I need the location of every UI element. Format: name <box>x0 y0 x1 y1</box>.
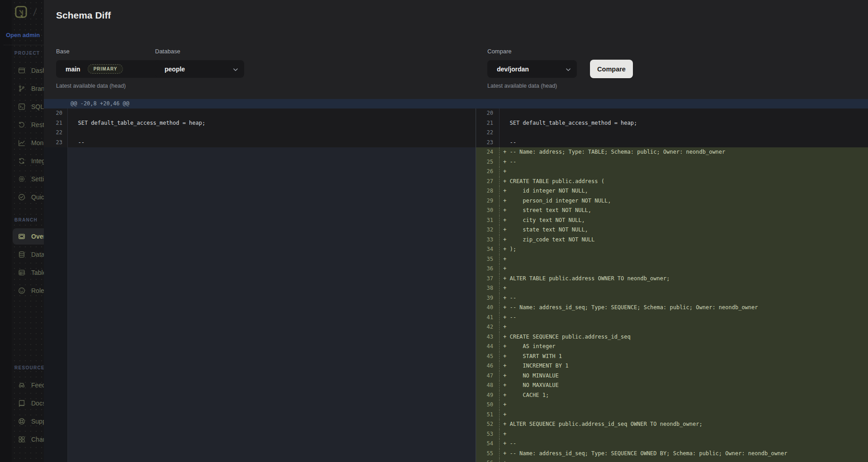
tables-icon <box>18 269 26 277</box>
line-code: + INCREMENT BY 1 <box>500 361 868 371</box>
sidebar: / Open admin PROJECTDashboardBranchesSQL… <box>0 0 44 462</box>
open-admin-link[interactable]: Open admin <box>6 32 44 38</box>
line-code: + <box>500 322 868 332</box>
sidebar-item-label: Integrations <box>31 157 44 165</box>
diff-line-added: 44+ AS integer <box>476 342 868 352</box>
line-code: + <box>500 167 868 177</box>
line-code: + city text NOT NULL, <box>500 216 868 226</box>
sidebar-item-label: Docs <box>31 400 44 407</box>
diff-line-added: 33+ zip_code text NOT NULL <box>476 235 868 245</box>
line-number: 44 <box>476 342 500 352</box>
diff-line-added: 36+ <box>476 264 868 274</box>
line-code: + ALTER SEQUENCE public.address_id_seq O… <box>500 420 868 429</box>
sidebar-item-label: Dashboard <box>31 67 44 74</box>
line-code: SET default_table_access_method = heap; <box>500 118 868 128</box>
sidebar-section-label: PROJECT <box>14 51 40 56</box>
line-number: 26 <box>476 167 500 177</box>
monitoring-icon <box>18 139 26 147</box>
hunk-header: @@ -20,8 +20,46 @@ <box>44 99 868 108</box>
sidebar-item-settings[interactable]: Settings <box>13 171 44 187</box>
roles-icon <box>18 287 26 295</box>
compare-label: Compare <box>487 48 577 55</box>
diff-line: 21 SET default_table_access_method = hea… <box>44 118 476 128</box>
sidebar-item-sql-editor[interactable]: SQL Editor <box>13 99 44 115</box>
settings-icon <box>18 175 26 183</box>
sidebar-item-label: Overview <box>31 233 44 240</box>
line-number: 45 <box>476 352 500 362</box>
line-code: + NO MINVALUE <box>500 371 868 381</box>
diff-empty-filler <box>44 147 476 462</box>
sidebar-item-monitoring[interactable]: Monitoring <box>13 135 44 151</box>
sidebar-item-changelog[interactable]: Changelog <box>13 431 44 448</box>
sidebar-item-label: Databases <box>31 251 44 258</box>
diff-line-added: 34+ ); <box>476 245 868 255</box>
sidebar-item-label: Quickstart <box>31 193 44 201</box>
line-code: + ); <box>500 245 868 255</box>
diff-line-added: 40+ -- Name: address_id_seq; Type: SEQUE… <box>476 303 868 313</box>
changelog-icon <box>18 435 26 443</box>
line-number: 35 <box>476 255 500 264</box>
diff-line-added: 45+ START WITH 1 <box>476 352 868 362</box>
compare-branch-select[interactable]: dev/jordan <box>487 60 577 78</box>
sidebar-item-restore[interactable]: Restore <box>13 117 44 133</box>
sidebar-item-integrations[interactable]: Integrations <box>13 153 44 169</box>
diff-line-added: 46+ INCREMENT BY 1 <box>476 361 868 371</box>
line-code: -- <box>500 138 868 148</box>
sidebar-section-label: RESOURCES <box>14 365 44 370</box>
sidebar-item-docs[interactable]: Docs <box>13 395 44 411</box>
sidebar-item-feedback[interactable]: Feedback <box>13 377 44 393</box>
sidebar-item-databases[interactable]: Databases <box>13 246 44 263</box>
line-number: 43 <box>476 332 500 342</box>
diff-line-added: 54+ -- <box>476 439 868 449</box>
line-number: 42 <box>476 322 500 332</box>
sidebar-item-tables[interactable]: Tables <box>13 264 44 281</box>
line-number: 47 <box>476 371 500 381</box>
line-number: 38 <box>476 283 500 293</box>
branches-icon <box>18 85 26 93</box>
neon-logo-icon[interactable] <box>15 6 27 19</box>
line-number: 22 <box>476 128 500 138</box>
quickstart-icon <box>18 193 26 201</box>
line-number: 29 <box>476 196 500 206</box>
line-number: 51 <box>476 410 500 420</box>
line-code: + -- Name: address_id_seq; Type: SEQUENC… <box>500 449 868 459</box>
sidebar-item-branches[interactable]: Branches <box>13 80 44 97</box>
diff-line-added: 48+ NO MAXVALUE <box>476 381 868 391</box>
line-number: 41 <box>476 313 500 323</box>
sidebar-item-support[interactable]: Support <box>13 413 44 429</box>
diff-line-added: 32+ state text NOT NULL, <box>476 225 868 235</box>
database-select[interactable]: people <box>155 60 244 78</box>
compare-button[interactable]: Compare <box>590 60 633 78</box>
sidebar-item-dashboard[interactable]: Dashboard <box>13 62 44 79</box>
sidebar-item-roles[interactable]: Roles <box>13 283 44 299</box>
sidebar-item-quickstart[interactable]: Quickstart <box>13 189 44 205</box>
sidebar-item-overview[interactable]: Overview <box>13 228 44 245</box>
line-code: + -- Name: address; Type: TABLE; Schema:… <box>500 147 868 157</box>
line-number: 48 <box>476 381 500 391</box>
line-number: 52 <box>476 420 500 429</box>
diff-line: 23 -- <box>476 138 868 148</box>
line-code: + <box>500 410 868 420</box>
line-number: 55 <box>476 449 500 459</box>
diff-line-added: 24+ -- Name: address; Type: TABLE; Schem… <box>476 147 868 157</box>
diff-line: 22 <box>476 128 868 138</box>
line-code: + person_id integer NOT NULL, <box>500 196 868 206</box>
database-label: Database <box>155 48 244 55</box>
line-code: + <box>500 264 868 274</box>
line-code: + ALTER TABLE public.address OWNER TO ne… <box>500 274 868 284</box>
diff-line-added: 27+ CREATE TABLE public.address ( <box>476 177 868 187</box>
diff-line-added: 28+ id integer NOT NULL, <box>476 186 868 196</box>
line-number: 53 <box>476 429 500 439</box>
line-code: + <box>500 255 868 264</box>
diff-line-added: 29+ person_id integer NOT NULL, <box>476 196 868 206</box>
line-number: 27 <box>476 177 500 187</box>
sidebar-item-label: Monitoring <box>31 139 44 146</box>
line-code: + id integer NOT NULL, <box>500 186 868 196</box>
line-code: + zip_code text NOT NULL <box>500 235 868 245</box>
diff-line-added: 42+ <box>476 322 868 332</box>
line-number: 36 <box>476 264 500 274</box>
line-code: + CREATE TABLE public.address ( <box>500 177 868 187</box>
line-code: + -- Name: address_id_seq; Type: SEQUENC… <box>500 303 868 313</box>
page-title: Schema Diff <box>56 10 111 21</box>
diff-line-added: 35+ <box>476 255 868 264</box>
